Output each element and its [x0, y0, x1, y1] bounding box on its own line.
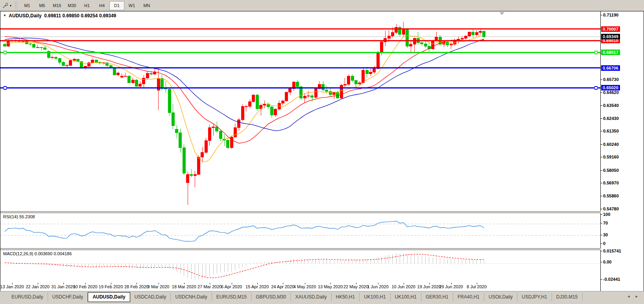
axis-tick-mark: [601, 251, 602, 251]
axis-tick-mark: [601, 157, 602, 157]
chart-tab-usdchf-daily[interactable]: USDCHF,Daily: [48, 293, 88, 301]
rsi-axis-tick: 0: [603, 241, 605, 246]
chart-tab-ger30-h1[interactable]: GER30,H1: [421, 293, 453, 301]
axis-tick-mark: [601, 105, 602, 106]
axis-tick-mark: [601, 183, 602, 183]
price-pane: ▼ AUDUSD,Daily 0.69811 0.69850 0.69254 0…: [0, 11, 644, 211]
chart-tab-gbpusd-m30[interactable]: GBPUSD,M30: [251, 293, 291, 301]
rsi-axis-tick: 100: [603, 212, 610, 217]
symbol-dropdown-arrow-icon[interactable]: ▼: [3, 14, 6, 17]
axis-tick-mark: [601, 131, 602, 131]
chart-symbol-label: AUDUSD,Daily: [9, 13, 41, 18]
axis-tick-mark: [601, 214, 602, 215]
toolbar-grip-handle[interactable]: [15, 2, 17, 9]
crosshair-tool-icon: [2, 2, 9, 9]
timeframe-button-d1[interactable]: D1: [109, 1, 124, 10]
price-axis-tick: 0.61350: [603, 128, 619, 134]
axis-tick-mark: [601, 243, 602, 244]
axis-tick-mark: [601, 196, 602, 196]
axis-tick-mark: [601, 223, 602, 223]
price-badge-0.66706: 0.66706: [601, 65, 620, 71]
ohlc-low: 0.69254: [81, 13, 98, 18]
ohlc-close: 0.69349: [99, 13, 116, 18]
hline-handle: [4, 51, 7, 54]
chart-tab-eurusd-m15[interactable]: EURUSD,M15: [212, 293, 251, 301]
candlestick-chart-canvas[interactable]: [0, 11, 600, 211]
chart-tab-audusd-daily[interactable]: AUDUSD,Daily: [88, 292, 130, 302]
chart-tab-uk100-h1[interactable]: UK100,H1: [391, 293, 421, 301]
price-badge-0.70007: 0.70007: [601, 26, 620, 32]
price-badge-0.68017: 0.68017: [601, 50, 620, 55]
price-axis-tick: 0.64620: [603, 90, 619, 95]
price-axis-tick: 0.56970: [603, 180, 619, 186]
top-toolbar: ▾ M1M5M15M30H1H4D1W1MN: [0, 0, 644, 11]
chart-tab-dj30-m15[interactable]: DJ30,M15: [552, 293, 583, 301]
timeframe-button-m5[interactable]: M5: [35, 1, 50, 10]
axis-tick-mark: [601, 15, 602, 15]
timeframe-button-w1[interactable]: W1: [124, 1, 139, 10]
chart-tab-usdcnh-daily[interactable]: USDCNH,Daily: [171, 293, 212, 301]
current-price-badge: 0.69349: [601, 34, 620, 39]
timeframe-button-m30[interactable]: M30: [65, 1, 79, 10]
chart-cursor-tool-button[interactable]: ▾: [0, 1, 14, 10]
timeframe-button-m15[interactable]: M15: [50, 1, 65, 10]
price-axis-tick: 0.65730: [603, 77, 619, 82]
price-axis-tick: 0.71190: [603, 12, 618, 18]
axis-tick-mark: [601, 262, 602, 262]
macd-axis-tick: 0.00: [603, 259, 611, 265]
date-axis-labels[interactable]: 13 Jan 202022 Jan 202031 Jan 202010 Feb …: [0, 283, 601, 291]
axis-tick-mark: [601, 79, 602, 80]
timeframe-button-h1[interactable]: H1: [79, 1, 94, 10]
macd-axis-tick: -0.02441: [603, 276, 620, 282]
rsi-chart-canvas[interactable]: [0, 213, 600, 248]
chart-window: ▼ AUDUSD,Daily 0.69811 0.69850 0.69254 0…: [0, 11, 644, 291]
chart-tab-usdcad-daily[interactable]: USDCAD,Daily: [130, 293, 171, 301]
axis-tick-mark: [601, 92, 602, 93]
timeframe-button-h4[interactable]: H4: [94, 1, 109, 10]
hline-handle: [4, 87, 7, 89]
hline-handle: [595, 87, 598, 89]
price-badge-0.65020: 0.65020: [601, 85, 620, 90]
timeframe-button-m1[interactable]: M1: [20, 1, 35, 10]
price-axis-tick: 0.55860: [603, 193, 619, 199]
price-axis-tick: 0.58050: [603, 168, 619, 173]
chart-tab-hk50-h1[interactable]: HK50,H1: [332, 293, 360, 301]
date-axis: 13 Jan 202022 Jan 202031 Jan 202010 Feb …: [0, 283, 644, 291]
macd-chart-canvas[interactable]: [0, 250, 600, 283]
chart-tab-usdjpy-h1[interactable]: USDJPY,H1: [517, 293, 552, 301]
axis-tick-mark: [601, 209, 602, 209]
chevron-down-icon: ▾: [10, 4, 11, 7]
chart-tab-xauusd-daily[interactable]: XAUUSD,Daily: [291, 293, 331, 301]
chart-tab-uk100-h1[interactable]: UK100,H1: [360, 293, 390, 301]
ohlc-high: 0.69850: [62, 13, 79, 18]
price-axis-tick: 0.54780: [603, 206, 619, 212]
ohlc-open: 0.69811: [44, 13, 61, 18]
macd-plot-area[interactable]: MACD(12,26,9) 0.003690 0.004186: [0, 250, 601, 283]
price-axis[interactable]: 0.711900.700800.689700.679200.668100.657…: [601, 11, 644, 291]
rsi-plot-area[interactable]: RSI(14) 55.2308: [0, 213, 601, 248]
price-axis-tick: 0.59160: [603, 154, 619, 160]
axis-tick-mark: [601, 235, 602, 235]
chart-tab-usoil-daily[interactable]: USOil,Daily: [484, 293, 517, 301]
timeframe-button-mn[interactable]: MN: [139, 1, 154, 10]
price-axis-tick: 0.62430: [603, 116, 619, 121]
chart-tab-fra40-h1[interactable]: FRA40,H1: [453, 293, 484, 301]
axis-tick-mark: [601, 170, 602, 171]
axis-tick-mark: [601, 118, 602, 119]
macd-axis-tick: 0.015741: [603, 248, 621, 254]
date-label: 8 Jul 2020: [461, 284, 493, 289]
rsi-axis-tick: 30: [603, 232, 608, 238]
chart-shift-marker-icon: [500, 12, 504, 15]
chart-title: ▼ AUDUSD,Daily 0.69811 0.69850 0.69254 0…: [3, 13, 116, 18]
tab-scroll-arrows[interactable]: ◂ ▸: [627, 294, 640, 299]
macd-label: MACD(12,26,9) 0.003690 0.004186: [3, 251, 72, 256]
macd-pane: MACD(12,26,9) 0.003690 0.004186: [0, 250, 644, 283]
rsi-pane: RSI(14) 55.2308: [0, 213, 644, 248]
price-axis-tick: 0.60240: [603, 142, 619, 147]
chart-tab-eurusd-daily[interactable]: EURUSD,Daily: [7, 293, 48, 301]
hline-handle: [595, 51, 598, 54]
axis-tick-mark: [601, 279, 602, 280]
price-plot-area[interactable]: ▼ AUDUSD,Daily 0.69811 0.69850 0.69254 0…: [0, 11, 601, 211]
chart-tab-bar: EURUSD,DailyUSDCHF,DailyAUDUSD,DailyUSDC…: [0, 291, 644, 304]
axis-tick-mark: [601, 144, 602, 145]
